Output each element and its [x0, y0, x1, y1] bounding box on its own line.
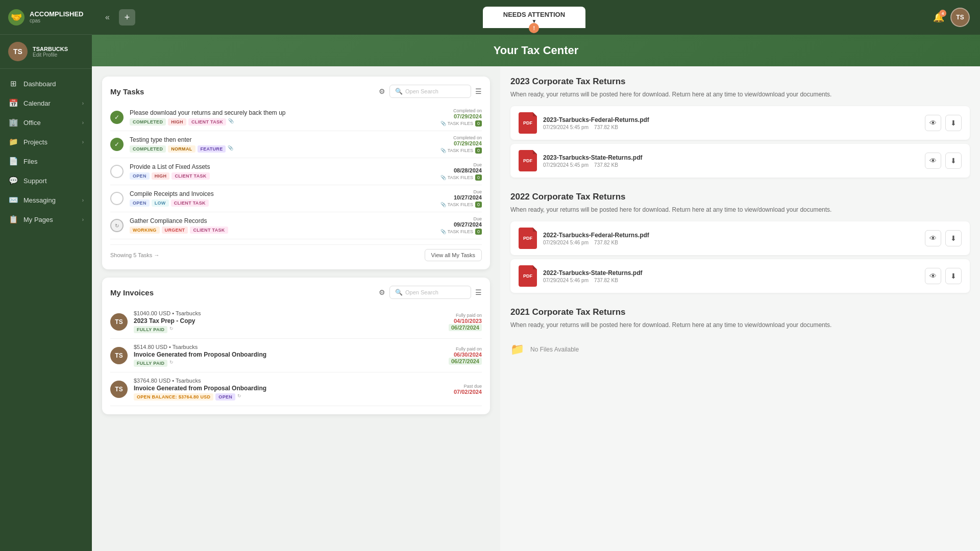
file-info: 2023-Tsarbucks-Federal-Returns.pdf 07/29…	[543, 116, 919, 130]
task-status-label: Completed on	[440, 135, 482, 140]
invoice-name: Invoice Generated from Proposal Onboardi…	[134, 351, 443, 358]
topbar-center: NEEDS ATTENTION ▼ !	[135, 7, 933, 28]
balance-badge: OPEN BALANCE: $3764.80 USD	[134, 393, 213, 400]
download-file-button[interactable]: ⬇	[945, 153, 962, 169]
paid-label: Fully paid on	[449, 313, 482, 318]
mypages-icon: 📋	[8, 215, 18, 224]
top-user-avatar[interactable]: TS	[950, 8, 970, 27]
sidebar: 🤝 ACCOMPLISHEDcpas TS TSARBUCKS Edit Pro…	[0, 0, 92, 551]
notifications-button[interactable]: 🔔 4	[933, 12, 944, 23]
projects-icon: 📁	[8, 137, 18, 146]
invoices-card-header: My Invoices ⚙ 🔍 Open Search ☰	[110, 286, 482, 299]
sidebar-item-files[interactable]: 📄 Files	[0, 152, 92, 171]
task-files-count: 0	[475, 120, 482, 127]
view-file-button[interactable]: 👁	[925, 153, 941, 169]
task-check-completed[interactable]: ✓	[110, 111, 124, 124]
status-badge: OPEN	[130, 199, 150, 207]
sidebar-user[interactable]: TS TSARBUCKS Edit Profile	[0, 35, 92, 69]
table-row: Compile Receipts and Invoices OPEN LOW C…	[110, 185, 482, 212]
refresh-icon: ↻	[169, 326, 174, 333]
sidebar-item-projects[interactable]: 📁 Projects ›	[0, 132, 92, 152]
filter-icon[interactable]: ⚙	[379, 288, 385, 296]
chevron-right-icon: ›	[82, 139, 84, 145]
sidebar-item-calendar[interactable]: 📅 Calendar ›	[0, 93, 92, 113]
sort-icon[interactable]: ☰	[475, 288, 482, 296]
task-name: Gather Compliance Records	[130, 217, 434, 224]
view-file-button[interactable]: 👁	[925, 115, 941, 131]
chevron-right-icon: ›	[82, 101, 84, 106]
sidebar-item-dashboard[interactable]: ⊞ Dashboard	[0, 74, 92, 93]
task-check-pending[interactable]	[110, 165, 124, 178]
no-files-row: 📁 No Files Available	[510, 337, 970, 362]
filter-icon[interactable]: ⚙	[379, 87, 385, 95]
invoice-amount: $1040.00 USD • Tsarbucks	[134, 310, 443, 316]
invoices-search-box[interactable]: 🔍 Open Search	[389, 286, 471, 299]
logo-text: ACCOMPLISHEDcpas	[30, 10, 83, 24]
invoice-meta: Fully paid on 06/30/2024 06/27/2024	[449, 346, 482, 365]
tag-row: OPEN LOW CLIENT TASK	[130, 199, 434, 207]
file-info: 2023-Tsarbucks-State-Returns.pdf 07/29/2…	[543, 154, 919, 168]
dashboard-icon: ⊞	[8, 79, 18, 88]
refresh-icon: ↻	[237, 393, 241, 400]
tax-section-title: 2022 Corporate Tax Returns	[510, 192, 970, 202]
sidebar-item-support[interactable]: 💬 Support	[0, 171, 92, 190]
file-actions: 👁 ⬇	[925, 115, 962, 131]
needs-attention-banner[interactable]: NEEDS ATTENTION ▼ !	[483, 7, 585, 28]
table-row: ✓ Please download your returns and secur…	[110, 104, 482, 131]
needs-attention-label: NEEDS ATTENTION	[503, 11, 565, 18]
edit-profile-link[interactable]: Edit Profile	[33, 52, 68, 58]
needs-attention-dot: !	[529, 23, 539, 33]
task-check-working[interactable]: ↻	[110, 219, 124, 232]
tasks-search-box[interactable]: 🔍 Open Search	[389, 85, 471, 98]
task-files-count: 0	[475, 147, 482, 154]
topbar-right: 🔔 4 TS	[933, 8, 970, 27]
download-file-button[interactable]: ⬇	[945, 115, 962, 131]
task-check-completed[interactable]: ✓	[110, 138, 124, 151]
topbar: « + NEEDS ATTENTION ▼ ! 🔔 4 TS	[92, 0, 980, 35]
status-badge: WORKING	[130, 227, 160, 234]
sidebar-item-office[interactable]: 🏢 Office ›	[0, 113, 92, 132]
task-name: Provide a List of Fixed Assets	[130, 163, 434, 170]
file-name: 2023-Tsarbucks-Federal-Returns.pdf	[543, 116, 919, 123]
add-button[interactable]: +	[119, 9, 135, 26]
collapse-button[interactable]: «	[102, 10, 113, 25]
file-meta: 07/29/2024 5:46 pm 737.82 KB	[543, 278, 919, 283]
invoice-date-2: 06/27/2024	[449, 324, 482, 331]
task-check-pending[interactable]	[110, 192, 124, 205]
tag-row: FULLY PAID ↻	[134, 360, 443, 367]
sidebar-item-messaging[interactable]: ✉️ Messaging ›	[0, 190, 92, 210]
download-file-button[interactable]: ⬇	[945, 230, 962, 246]
right-panel: 2023 Corporate Tax Returns When ready, y…	[500, 66, 980, 551]
main-content: Your Tax Center My Tasks ⚙ 🔍 Open Search…	[92, 35, 980, 551]
file-name: 2023-Tsarbucks-State-Returns.pdf	[543, 154, 919, 161]
invoice-date-1: 07/02/2024	[454, 389, 482, 395]
view-file-button[interactable]: 👁	[925, 230, 941, 246]
priority-badge: URGENT	[162, 227, 188, 234]
file-actions: 👁 ⬇	[925, 268, 962, 284]
invoice-amount: $3764.80 USD • Tsarbucks	[134, 378, 448, 384]
pdf-icon: PDF	[519, 228, 537, 249]
pdf-icon: PDF	[519, 150, 537, 171]
task-body: Testing type then enter COMPLETED NORMAL…	[130, 136, 434, 153]
status-badge: COMPLETED	[130, 118, 166, 126]
sidebar-item-label: Projects	[23, 138, 47, 146]
task-body: Gather Compliance Records WORKING URGENT…	[130, 217, 434, 234]
sidebar-nav: ⊞ Dashboard 📅 Calendar › 🏢 Office › 📁 Pr…	[0, 69, 92, 551]
file-row: PDF 2023-Tsarbucks-Federal-Returns.pdf 0…	[510, 106, 970, 140]
task-files-label: 📎 TASK FILES	[440, 148, 473, 153]
task-body: Please download your returns and securel…	[130, 109, 434, 126]
tag-row: COMPLETED NORMAL FEATURE 📎	[130, 145, 434, 153]
no-files-label: No Files Available	[530, 346, 579, 353]
task-date: 10/27/2024	[440, 194, 482, 201]
task-files-label: 📎 TASK FILES	[440, 202, 473, 207]
sidebar-item-mypages[interactable]: 📋 My Pages ›	[0, 210, 92, 229]
file-row: PDF 2022-Tsarbucks-Federal-Returns.pdf 0…	[510, 221, 970, 255]
view-file-button[interactable]: 👁	[925, 268, 941, 284]
tasks-title: My Tasks	[110, 87, 144, 96]
left-panel: My Tasks ⚙ 🔍 Open Search ☰ ✓ Please do	[92, 66, 500, 551]
file-actions: 👁 ⬇	[925, 153, 962, 169]
view-all-tasks-button[interactable]: View all My Tasks	[425, 249, 482, 261]
sort-icon[interactable]: ☰	[475, 87, 482, 95]
task-files-label: 📎 TASK FILES	[440, 175, 473, 180]
download-file-button[interactable]: ⬇	[945, 268, 962, 284]
